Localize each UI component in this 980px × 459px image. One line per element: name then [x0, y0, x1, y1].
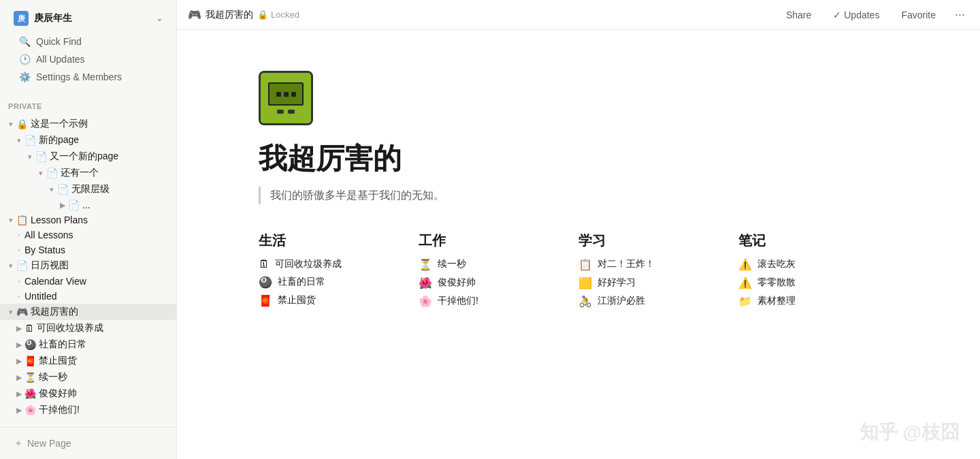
- category-items-3: ⚠️ 滚去吃灰 ⚠️ 零零散散 📁 素材整理: [738, 258, 882, 308]
- category-item-0-2[interactable]: 🧧 禁止囤货: [259, 294, 402, 307]
- updates-icon: 🕐: [19, 54, 31, 65]
- checkmark-icon: ✓: [833, 10, 841, 20]
- toggle-icon[interactable]: ▾: [14, 135, 24, 146]
- sidebar-item-item-8[interactable]: •All Lessons: [0, 227, 176, 242]
- category-title-0: 生活: [259, 232, 402, 250]
- share-button[interactable]: Share: [779, 7, 818, 23]
- sidebar-item-item-11[interactable]: •Calendar View: [0, 274, 176, 289]
- sidebar-item-item-14[interactable]: ▶🗓可回收垃圾养成: [0, 320, 176, 336]
- tree-item-icon: ⏳: [24, 372, 36, 383]
- all-updates-item[interactable]: 🕐 All Updates: [14, 50, 163, 68]
- new-page-button[interactable]: ＋ New Page: [8, 433, 168, 454]
- sidebar-item-item-12[interactable]: •Untitled: [0, 289, 176, 304]
- updates-button[interactable]: ✓ Updates: [826, 7, 886, 23]
- sidebar-item-item-19[interactable]: ▶🌸干掉他们!: [0, 402, 176, 418]
- category-0: 生活 🗓 可回收垃圾养成 🎱 社畜的日常 🧧 禁止囤货: [259, 232, 419, 308]
- tree-item-icon: 🧧: [24, 355, 36, 366]
- sidebar-top: 庚 庚辰年生 ⌄ 🔍 Quick Find 🕐 All Updates ⚙️ S…: [0, 0, 176, 94]
- toggle-icon[interactable]: ▶: [57, 200, 68, 210]
- bullet-icon: •: [14, 247, 24, 254]
- workspace-chevron-icon: ⌄: [156, 14, 163, 23]
- toggle-icon[interactable]: ▶: [14, 372, 24, 383]
- workspace-header[interactable]: 庚 庚辰年生 ⌄: [8, 7, 168, 30]
- category-item-0-0[interactable]: 🗓 可回收垃圾养成: [259, 258, 402, 270]
- sidebar-item-item-6[interactable]: ▶📄...: [0, 197, 176, 212]
- category-item-1-2[interactable]: 🌸 干掉他们!: [419, 295, 562, 308]
- lock-icon: 🔒: [257, 10, 268, 20]
- sidebar-item-item-4[interactable]: ▾📄还有一个: [0, 165, 176, 181]
- category-2: 学习 📋 对二！王炸！ 🟨 好好学习 🚴 江浙沪必胜: [578, 232, 738, 308]
- cat-label-2-0: 对二！王炸！: [598, 258, 655, 270]
- toggle-icon[interactable]: ▶: [14, 405, 24, 415]
- sidebar-item-item-16[interactable]: ▶🧧禁止囤货: [0, 353, 176, 369]
- toggle-icon[interactable]: ▾: [5, 118, 16, 129]
- tree-item-label: 日历视图: [31, 259, 171, 272]
- workspace-name: 庚辰年生: [34, 12, 150, 25]
- tree-item-label: 新的page: [39, 134, 171, 146]
- breadcrumb: 🎮 我超厉害的 🔒 Locked: [188, 8, 299, 21]
- toggle-icon[interactable]: ▾: [46, 184, 57, 195]
- sidebar-tree: ▾🔒这是一个示例▾📄新的page▾📄又一个新的page▾📄还有一个▾📄无限层级▶…: [0, 113, 176, 427]
- tree-item-icon: 📄: [68, 200, 80, 210]
- sidebar-item-item-5[interactable]: ▾📄无限层级: [0, 181, 176, 197]
- category-item-1-0[interactable]: ⏳ 续一秒: [419, 258, 562, 271]
- quick-find-label: Quick Find: [36, 36, 82, 47]
- favorite-button[interactable]: Favorite: [894, 7, 943, 23]
- cat-label-1-1: 俊俊好帅: [438, 276, 476, 289]
- main-content: 🎮 我超厉害的 🔒 Locked Share ✓ Updates Favorit…: [177, 0, 980, 459]
- toggle-icon[interactable]: ▶: [14, 388, 24, 399]
- toggle-icon[interactable]: ▶: [14, 355, 24, 366]
- category-item-3-2[interactable]: 📁 素材整理: [738, 295, 882, 308]
- tree-item-label: 社畜的日常: [39, 338, 171, 351]
- sidebar-item-item-1[interactable]: ▾🔒这是一个示例: [0, 116, 176, 132]
- sidebar-item-item-3[interactable]: ▾📄又一个新的page: [0, 148, 176, 165]
- settings-members-item[interactable]: ⚙️ Settings & Members: [14, 68, 163, 86]
- category-item-3-0[interactable]: ⚠️ 滚去吃灰: [738, 258, 882, 271]
- search-icon: 🔍: [19, 36, 31, 47]
- cat-label-0-0: 可回收垃圾养成: [275, 258, 342, 270]
- toggle-icon[interactable]: ▾: [5, 260, 16, 271]
- sidebar-item-item-18[interactable]: ▶🌺俊俊好帅: [0, 385, 176, 402]
- cat-icon-2-1: 🟨: [578, 276, 592, 289]
- quote-text: 我们的骄傲多半是基于我们的无知。: [270, 189, 444, 201]
- cat-label-1-2: 干掉他们!: [438, 295, 478, 307]
- plus-icon: ＋: [14, 437, 23, 449]
- sidebar-item-item-2[interactable]: ▾📄新的page: [0, 132, 176, 148]
- cat-label-1-0: 续一秒: [438, 258, 466, 270]
- toggle-icon[interactable]: ▾: [5, 306, 16, 317]
- sidebar-nav: 🔍 Quick Find 🕐 All Updates ⚙️ Settings &…: [8, 30, 168, 89]
- quick-find-item[interactable]: 🔍 Quick Find: [14, 33, 163, 50]
- sidebar-item-item-13[interactable]: ▾🎮我超厉害的: [0, 304, 176, 320]
- category-item-2-2[interactable]: 🚴 江浙沪必胜: [578, 295, 722, 308]
- cat-icon-1-1: 🌺: [419, 276, 432, 289]
- sidebar-item-item-15[interactable]: ▶🎱社畜的日常: [0, 336, 176, 353]
- toggle-icon[interactable]: ▾: [35, 168, 46, 178]
- cat-label-3-0: 滚去吃灰: [757, 258, 796, 270]
- bullet-icon: •: [14, 278, 24, 285]
- tree-item-label: 俊俊好帅: [39, 387, 171, 400]
- category-1: 工作 ⏳ 续一秒 🌺 俊俊好帅 🌸 干掉他们!: [419, 232, 578, 308]
- toggle-icon[interactable]: ▶: [14, 339, 24, 350]
- tree-item-label: All Lessons: [24, 230, 171, 240]
- tree-item-icon: 🎱: [24, 339, 36, 350]
- category-item-2-1[interactable]: 🟨 好好学习: [578, 276, 722, 289]
- category-items-1: ⏳ 续一秒 🌺 俊俊好帅 🌸 干掉他们!: [419, 258, 562, 308]
- tree-item-label: 又一个新的page: [50, 151, 171, 163]
- sidebar-item-item-9[interactable]: •By Status: [0, 242, 176, 257]
- sidebar-item-item-17[interactable]: ▶⏳续一秒: [0, 369, 176, 385]
- toggle-icon[interactable]: ▶: [14, 323, 24, 334]
- category-item-1-1[interactable]: 🌺 俊俊好帅: [419, 276, 562, 289]
- more-options-button[interactable]: ···: [951, 5, 969, 25]
- cat-icon-1-0: ⏳: [419, 258, 432, 271]
- category-item-2-0[interactable]: 📋 对二！王炸！: [578, 258, 722, 271]
- category-item-3-1[interactable]: ⚠️ 零零散散: [738, 276, 882, 289]
- toggle-icon[interactable]: ▾: [24, 151, 35, 162]
- category-item-0-1[interactable]: 🎱 社畜的日常: [259, 276, 402, 289]
- sidebar-item-item-7[interactable]: ▾📋Lesson Plans: [0, 212, 176, 227]
- sidebar-item-item-10[interactable]: ▾📄日历视图: [0, 257, 176, 274]
- lock-label: Locked: [271, 10, 299, 20]
- page-icon: [259, 71, 313, 125]
- cat-icon-0-0: 🗓: [259, 258, 270, 270]
- toggle-icon[interactable]: ▾: [5, 215, 16, 225]
- tree-item-icon: 📄: [35, 151, 47, 162]
